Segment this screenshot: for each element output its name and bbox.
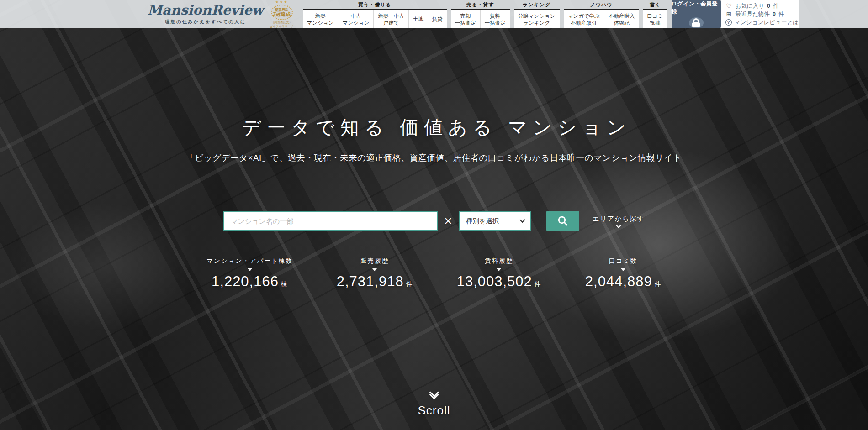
badge-laurel-circle: 顧客満足 3冠達成 [271,5,293,20]
nav-item-purchase-stories[interactable]: 不動産購入 体験記 [604,10,639,28]
stat-unit: 件 [655,280,662,288]
stat-unit: 棟 [281,280,288,288]
recently-viewed-unit: 件 [778,10,784,18]
quick-links-panel: ♡ お気に入り 0 件 ⊞ 最近見た物件 0 件 ? マンションレビューとは [721,0,799,28]
stat-rent-history: 賃料履歴 13,003,502件 [457,257,541,290]
nav-item-manga-guide[interactable]: マンガで学ぶ 不動産取引 [564,10,604,28]
caret-down-icon [372,268,377,271]
nav-group-label: 売る・貸す [451,1,510,10]
stat-value: 1,220,166 [212,273,279,289]
search-input[interactable] [223,211,438,231]
nav-item-sell-appraisal[interactable]: 売却 一括査定 [451,10,481,28]
recently-viewed-count: 0 [773,10,776,18]
stat-value: 13,003,502 [457,273,532,289]
nav-group-label: 買う・借りる [303,1,447,10]
stat-value: 2,044,889 [585,273,652,289]
recently-viewed-label: 最近見た物件 [736,10,770,18]
type-select[interactable]: 種別を選択 [459,211,531,231]
login-register-label: ログイン・会員登録 [672,0,721,16]
nav-item-new-mansion[interactable]: 新築 マンション [303,10,339,28]
stat-label: マンション・アパート棟数 [206,257,293,265]
nav-item-used-mansion[interactable]: 中古 マンション [338,10,374,28]
logo-tagline: 理想の住みかえをすべての人に [165,19,246,25]
stat-value: 2,731,918 [337,273,404,289]
nav-group-write: 書く 口コミ 投稿 [643,1,667,28]
header: MansionReview 理想の住みかえをすべての人に ★★★ 顧客満足 3冠… [0,0,868,28]
award-badge: ★★★ 顧客満足 3冠達成 （調査委託先） ゼネラルリサーチ [267,0,296,28]
page: MansionReview 理想の住みかえをすべての人に ★★★ 顧客満足 3冠… [0,0,868,430]
caret-down-icon [248,268,252,271]
hero-section: データで知る 価値ある マンション 「ビッグデータ×AI」で、過去・現在・未来の… [0,0,868,430]
badge-sub2: ゼネラルリサーチ [270,25,294,28]
lock-icon [689,17,704,28]
nav-group-ranking: ランキング 分譲マンション ランキング [514,1,560,28]
favorites-count: 0 [767,2,770,10]
stat-reviews: 口コミ数 2,044,889件 [585,257,662,290]
badge-sub1: （調査委託先） [271,21,292,24]
area-search-label: エリアから探す [593,215,645,223]
login-register-button[interactable]: ログイン・会員登録 [672,0,721,28]
favorites-unit: 件 [773,2,779,10]
about-label: マンションレビューとは [735,19,799,26]
search-button[interactable] [546,211,579,231]
nav-item-land[interactable]: 土地 [409,10,428,28]
nav-item-post-review[interactable]: 口コミ 投稿 [643,10,667,28]
stat-label: 口コミ数 [609,257,638,265]
nav-item-houses[interactable]: 新築・中古 戸建て [374,10,409,28]
chevron-down-icon [519,217,525,223]
stat-buildings: マンション・アパート棟数 1,220,166棟 [206,257,293,290]
nav-group-knowhow: ノウハウ マンガで学ぶ 不動産取引 不動産購入 体験記 [564,1,639,28]
nav-item-rent-appraisal[interactable]: 賃料 一括査定 [481,10,510,28]
logo-title: MansionReview [148,4,264,17]
stat-label: 販売履歴 [360,257,389,265]
type-select-value: 種別を選択 [466,217,499,225]
badge-stars-icon: ★★★ [275,0,288,4]
nav-group-label: 書く [643,1,667,10]
clear-icon[interactable]: × [444,214,452,228]
favorites-link[interactable]: ♡ お気に入り 0 件 [725,2,794,10]
stat-unit: 件 [535,280,541,288]
chevron-down-icon [616,223,621,228]
scroll-label: Scroll [418,404,450,418]
nav-group-sell-lease: 売る・貸す 売却 一括査定 賃料 一括査定 [451,1,510,28]
nav-item-mansion-ranking[interactable]: 分譲マンション ランキング [514,10,560,28]
recent-properties-icon: ⊞ [725,10,733,18]
stats-row: マンション・アパート棟数 1,220,166棟 販売履歴 2,731,918件 … [0,257,868,290]
logo[interactable]: MansionReview 理想の住みかえをすべての人に [148,0,264,28]
recently-viewed-link[interactable]: ⊞ 最近見た物件 0 件 [725,10,794,18]
area-search-link[interactable]: エリアから探す [593,215,645,227]
badge-line1: 顧客満足 [275,8,288,11]
search-bar: × 種別を選択 エリアから探す [0,211,868,231]
badge-line2: 3冠達成 [273,11,291,17]
caret-down-icon [497,268,501,271]
scroll-indicator[interactable]: Scroll [0,389,868,418]
main-nav: 買う・借りる 新築 マンション 中古 マンション 新築・中古 戸建て 土地 賃貸… [303,0,667,28]
nav-group-label: ランキング [514,1,560,10]
question-icon: ? [725,19,732,26]
favorites-label: お気に入り [736,2,764,10]
stat-label: 賃料履歴 [485,257,513,265]
about-link[interactable]: ? マンションレビューとは [725,19,794,26]
hero-title: データで知る 価値ある マンション [0,115,868,140]
caret-down-icon [621,268,625,271]
stat-sales-history: 販売履歴 2,731,918件 [337,257,413,290]
magnifier-icon [557,215,569,227]
nav-group-label: ノウハウ [564,1,639,10]
stat-unit: 件 [406,280,413,288]
nav-item-rental[interactable]: 賃貸 [428,10,447,28]
nav-group-buy-rent: 買う・借りる 新築 マンション 中古 マンション 新築・中古 戸建て 土地 賃貸 [303,1,447,28]
hero-subtitle: 「ビッグデータ×AI」で、過去・現在・未来の適正価格、資産価値、居住者の口コミが… [0,152,868,163]
heart-icon: ♡ [725,2,733,10]
